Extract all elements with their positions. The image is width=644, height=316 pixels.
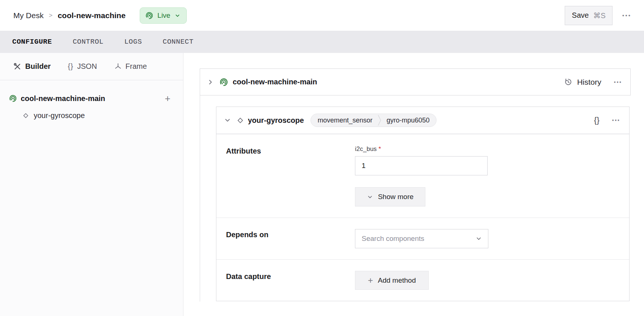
content-area: Builder {} JSON Frame: [0, 53, 644, 316]
depends-on-placeholder: Search components: [362, 235, 424, 243]
data-capture-section: Data capture + Add method: [216, 259, 629, 301]
chevron-down-icon: [475, 235, 482, 242]
add-component-button[interactable]: +: [165, 94, 170, 103]
breadcrumb-machine-name[interactable]: cool-new-machine: [58, 11, 126, 20]
machine-part-card: cool-new-machine-main History •••: [200, 68, 631, 95]
tree-item-component-label: your-gyroscope: [34, 111, 85, 120]
tab-frame-label: Frame: [126, 62, 147, 71]
breadcrumb-location[interactable]: My Desk: [13, 11, 44, 20]
field-name: i2c_bus: [355, 145, 377, 152]
resource-tree: cool-new-machine-main + your-gyroscope: [0, 80, 183, 124]
tree-item-machine-part[interactable]: cool-new-machine-main +: [0, 90, 183, 107]
attributes-section-label: Attributes: [226, 145, 355, 206]
save-button-label: Save: [572, 11, 589, 20]
attributes-fields: i2c_bus* Show more: [355, 145, 488, 206]
component-json-toggle-button[interactable]: {}: [594, 115, 600, 125]
chevron-down-icon: [175, 13, 180, 19]
tree-connector-line: [200, 95, 200, 302]
frame-axes-icon: [114, 63, 122, 70]
tab-logs[interactable]: LOGS: [124, 38, 142, 46]
component-card: your-gyroscope movement_sensor gyro-mpu6…: [216, 107, 630, 301]
tab-json-label: JSON: [77, 62, 97, 71]
breadcrumb: My Desk > cool-new-machine: [13, 11, 126, 20]
add-method-button[interactable]: + Add method: [355, 271, 429, 290]
depends-on-section-label: Depends on: [226, 229, 355, 248]
component-card-overflow-menu[interactable]: •••: [612, 117, 620, 123]
tree-item-component[interactable]: your-gyroscope: [0, 107, 183, 124]
tab-json[interactable]: {} JSON: [68, 62, 97, 71]
data-capture-section-label: Data capture: [226, 271, 355, 290]
save-shortcut-hint: ⌘S: [593, 11, 605, 20]
show-more-label: Show more: [378, 193, 414, 201]
diamond-icon: [236, 117, 244, 124]
component-title: your-gyroscope: [248, 116, 304, 125]
tab-configure[interactable]: CONFIGURE: [12, 38, 52, 46]
tab-builder-label: Builder: [25, 62, 51, 71]
attributes-section: Attributes i2c_bus* Show more: [216, 134, 629, 218]
sidebar-view-tabs: Builder {} JSON Frame: [0, 53, 183, 80]
tab-frame[interactable]: Frame: [114, 62, 147, 71]
component-type-badge: movement_sensor: [318, 117, 372, 124]
show-more-button[interactable]: Show more: [355, 187, 425, 206]
top-bar: My Desk > cool-new-machine Live Save ⌘S …: [0, 0, 644, 31]
required-marker: *: [379, 145, 381, 152]
config-sidebar: Builder {} JSON Frame: [0, 53, 183, 316]
broadcast-icon: [219, 78, 228, 87]
tree-item-machine-part-label: cool-new-machine-main: [21, 94, 105, 103]
component-card-header: your-gyroscope movement_sensor gyro-mpu6…: [216, 107, 629, 134]
tab-connect[interactable]: CONNECT: [163, 38, 193, 46]
add-method-label: Add method: [378, 276, 416, 285]
machine-nav-tabbar: CONFIGURE CONTROL LOGS CONNECT: [0, 31, 644, 53]
topbar-overflow-menu-button[interactable]: •••: [622, 12, 631, 19]
component-model-badge: gyro-mpu6050: [386, 117, 429, 124]
tab-builder[interactable]: Builder: [13, 62, 51, 71]
diamond-icon: [22, 112, 29, 119]
plus-icon: +: [368, 276, 373, 285]
badge-separator-icon: [378, 114, 381, 126]
history-button[interactable]: History: [564, 78, 601, 87]
tools-icon: [13, 63, 21, 71]
braces-icon: {}: [68, 62, 73, 71]
i2c-bus-field-label: i2c_bus*: [355, 145, 488, 153]
chevron-right-icon[interactable]: [207, 78, 214, 86]
depends-on-select[interactable]: Search components: [355, 229, 488, 248]
part-card-overflow-menu[interactable]: •••: [614, 79, 622, 85]
component-type-model-badge: movement_sensor gyro-mpu6050: [311, 114, 436, 127]
status-badge-label: Live: [157, 11, 170, 20]
machine-status-badge[interactable]: Live: [140, 7, 187, 24]
broadcast-icon: [9, 94, 17, 102]
history-button-label: History: [577, 78, 601, 87]
chevron-down-icon[interactable]: [224, 117, 231, 124]
machine-part-title: cool-new-machine-main: [233, 78, 317, 86]
chevron-down-icon: [367, 194, 373, 200]
broadcast-icon: [145, 11, 153, 20]
config-main-panel: cool-new-machine-main History •••: [183, 53, 644, 316]
breadcrumb-separator: >: [49, 12, 53, 19]
depends-on-section: Depends on Search components: [216, 218, 629, 259]
save-button[interactable]: Save ⌘S: [565, 6, 613, 25]
history-icon: [564, 78, 572, 86]
i2c-bus-input[interactable]: [355, 156, 488, 175]
tab-control[interactable]: CONTROL: [73, 38, 103, 46]
